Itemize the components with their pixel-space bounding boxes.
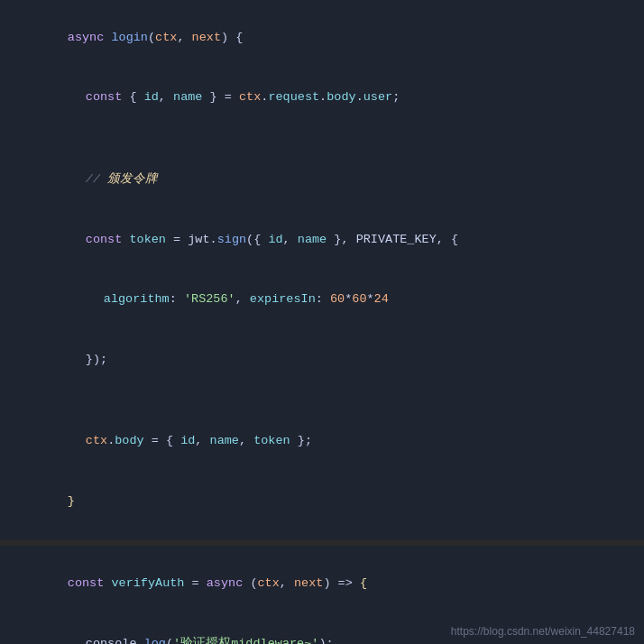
code-line: async login(ctx, next) { <box>0 7 644 68</box>
code-line-empty <box>0 128 644 150</box>
code-line: const { id, name } = ctx.request.body.us… <box>0 68 644 128</box>
code-line-empty <box>0 390 644 411</box>
code-line: const token = jwt.sign({ id, name }, PRI… <box>0 209 644 270</box>
code-line-brace: } <box>0 472 644 532</box>
code-line: ctx.body = { id, name, token }; <box>0 411 644 472</box>
code-line: algorithm: 'RS256', expiresIn: 60*60*24 <box>0 270 644 330</box>
code-container: async login(ctx, next) { const { id, nam… <box>0 0 644 644</box>
code-line-comment: // 颁发令牌 <box>0 149 644 209</box>
footer-url: https://blog.csdn.net/weixin_44827418 <box>451 623 635 640</box>
code-block-login: async login(ctx, next) { const { id, nam… <box>0 0 644 546</box>
code-line: }); <box>0 330 644 391</box>
code-block-verify: const verifyAuth = async (ctx, next) => … <box>0 546 644 644</box>
code-line: const verifyAuth = async (ctx, next) => … <box>0 553 644 613</box>
